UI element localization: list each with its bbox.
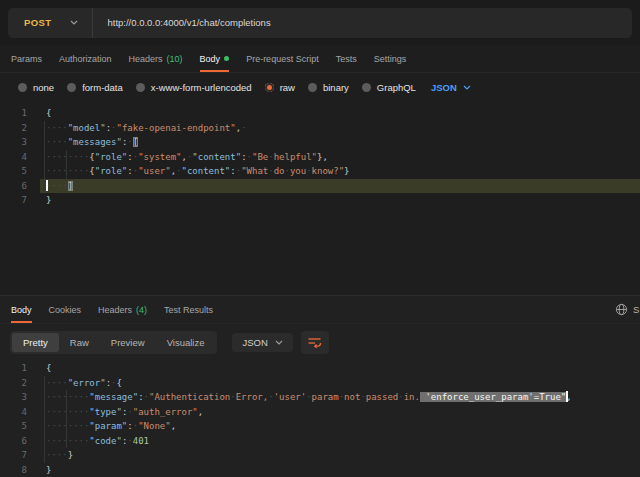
radio-icon[interactable] <box>308 83 317 92</box>
radio-icon[interactable] <box>67 83 76 92</box>
response-tab-body[interactable]: Body <box>11 296 32 323</box>
indent-guide <box>44 376 45 463</box>
tab-body[interactable]: Body <box>200 45 230 72</box>
code-line-5[interactable]: 5········"param":·"None", <box>0 419 640 434</box>
response-meta: S <box>615 296 640 323</box>
code-token: }, <box>317 152 328 162</box>
tab-authorization[interactable]: Authorization <box>59 45 112 72</box>
code-line-4[interactable]: 4········"type":·"auth_error", <box>0 405 640 420</box>
radio-label: GraphQL <box>377 82 416 93</box>
code-line-7[interactable]: 7····} <box>0 448 640 463</box>
code-token: "content" <box>192 152 241 162</box>
line-content: { <box>40 106 640 121</box>
tab-headers[interactable]: Headers(10) <box>129 45 183 72</box>
line-number: 3 <box>0 135 40 150</box>
code-token: "role" <box>95 152 128 162</box>
code-token: "None" <box>138 421 171 431</box>
code-line-2[interactable]: 2····"error":·{ <box>0 376 640 391</box>
line-number: 6 <box>0 434 40 449</box>
line-number: 8 <box>0 463 40 477</box>
url-input[interactable]: http://0.0.0.0:4000/v1/chat/completions <box>93 17 270 28</box>
code-token: } <box>46 195 51 205</box>
code-line-1[interactable]: 1{ <box>0 106 640 121</box>
indent-guide <box>66 390 67 448</box>
code-token: param <box>312 392 339 402</box>
code-token: "Be <box>252 152 268 162</box>
tab-tests[interactable]: Tests <box>336 45 357 72</box>
selected-text: 'enforce_user_param'=True" <box>420 392 566 402</box>
body-mode-binary[interactable]: binary <box>308 82 349 93</box>
radio-icon[interactable] <box>136 83 145 92</box>
wrap-lines-button[interactable] <box>301 331 329 354</box>
code-token: do <box>274 166 285 176</box>
body-mode-graphql[interactable]: GraphQL <box>362 82 416 93</box>
view-mode-preview[interactable]: Preview <box>100 333 156 352</box>
code-token: { <box>116 378 121 388</box>
response-body-editor[interactable]: 1{2····"error":·{3········"message":·"Au… <box>0 358 640 477</box>
code-token: "fake-openai-endpoint" <box>116 123 235 133</box>
code-line-2[interactable]: 2····"model":·"fake-openai-endpoint",· <box>0 121 640 136</box>
body-mode-none[interactable]: none <box>18 82 54 93</box>
view-mode-raw[interactable]: Raw <box>59 333 100 352</box>
line-content: { <box>40 361 640 376</box>
radio-label: form-data <box>82 82 123 93</box>
view-mode-visualize[interactable]: Visualize <box>156 333 216 352</box>
body-language-select[interactable]: JSON <box>431 82 471 93</box>
code-token: not <box>344 392 360 402</box>
tab-label: Test Results <box>164 305 213 315</box>
line-number: 1 <box>0 361 40 376</box>
response-tab-headers[interactable]: Headers(4) <box>98 296 147 323</box>
view-mode-pretty[interactable]: Pretty <box>12 333 59 352</box>
chevron-down-icon <box>463 85 471 90</box>
code-line-6[interactable]: 6····] <box>0 179 640 194</box>
code-token: "messages" <box>68 137 122 147</box>
code-token: { <box>46 108 51 118</box>
radio-label: binary <box>323 82 349 93</box>
body-mode-x-www-form-urlencoded[interactable]: x-www-form-urlencoded <box>136 82 252 93</box>
radio-icon[interactable] <box>362 83 371 92</box>
line-number: 7 <box>0 448 40 463</box>
tab-count-badge: (10) <box>167 54 183 64</box>
globe-icon[interactable] <box>615 303 628 316</box>
request-url-bar: POST http://0.0.0.0:4000/v1/chat/complet… <box>0 0 640 45</box>
indent-guide <box>44 121 45 194</box>
response-tab-cookies[interactable]: Cookies <box>49 296 82 323</box>
code-token: "system" <box>138 152 181 162</box>
code-line-6[interactable]: 6········"code":·401 <box>0 434 640 449</box>
code-line-1[interactable]: 1{ <box>0 361 640 376</box>
response-pane: BodyCookiesHeaders(4)Test Results S Pret… <box>0 296 640 477</box>
code-token: , <box>198 407 203 417</box>
tab-label: Pre-request Script <box>246 54 319 64</box>
body-mode-row: noneform-datax-www-form-urlencodedrawbin… <box>0 73 640 101</box>
code-token: know?" <box>312 166 345 176</box>
code-line-4[interactable]: 4········{"role":·"system",·"content":·"… <box>0 150 640 165</box>
code-line-3[interactable]: 3····"messages":·[ <box>0 135 640 150</box>
radio-label: none <box>33 82 54 93</box>
radio-icon[interactable] <box>18 83 27 92</box>
code-line-7[interactable]: 7} <box>0 193 640 208</box>
code-token: · <box>127 137 132 147</box>
line-content: ····"error":·{ <box>40 376 640 391</box>
code-line-3[interactable]: 3········"message":·"Authentication·Erro… <box>0 390 640 405</box>
method-select[interactable]: POST <box>8 8 92 38</box>
green-dot-icon <box>224 56 229 61</box>
tab-label: Tests <box>336 54 357 64</box>
line-number: 2 <box>0 376 40 391</box>
code-line-5[interactable]: 5········{"role":·"user",·"content":·"Wh… <box>0 164 640 179</box>
request-body-editor[interactable]: 1{2····"model":·"fake-openai-endpoint",·… <box>0 101 640 295</box>
code-token: , <box>171 421 176 431</box>
tab-settings[interactable]: Settings <box>374 45 407 72</box>
tab-label: Body <box>200 54 221 64</box>
code-line-8[interactable]: 8} <box>0 463 640 477</box>
body-mode-form-data[interactable]: form-data <box>67 82 123 93</box>
body-mode-raw[interactable]: raw <box>265 82 295 93</box>
code-token: } <box>344 166 349 176</box>
tab-params[interactable]: Params <box>11 45 42 72</box>
radio-label: raw <box>280 82 295 93</box>
response-language-select[interactable]: JSON <box>232 333 292 352</box>
tab-pre-request-script[interactable]: Pre-request Script <box>246 45 319 72</box>
tab-label: Cookies <box>49 305 82 315</box>
radio-icon[interactable] <box>265 83 274 92</box>
response-tab-test-results[interactable]: Test Results <box>164 296 213 323</box>
line-content: } <box>40 193 640 208</box>
